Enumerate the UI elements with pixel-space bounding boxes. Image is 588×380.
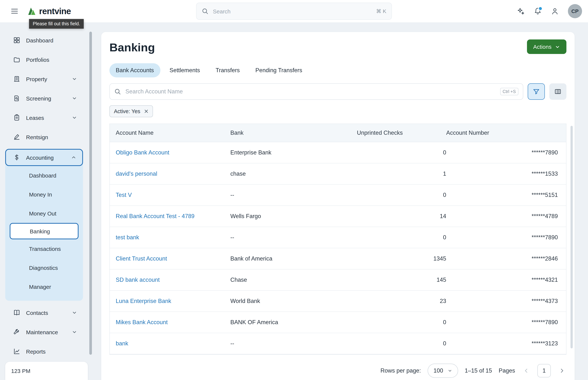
unprinted-checks-cell[interactable]: 0 [357,192,446,198]
rows-per-page-label: Rows per page: [380,367,421,374]
sidebar-subitem[interactable]: Banking [10,223,78,239]
table-row: Client Trust Account Bank of America 134… [110,248,566,269]
table-row: Luna Enterprise Bank World Bank 23 *****… [110,291,566,312]
account-name-link[interactable]: Luna Enterprise Bank [116,298,230,304]
user-avatar[interactable]: CP [568,4,582,18]
table-scrollbar[interactable] [570,126,573,348]
bank-cell: chase [230,171,357,177]
columns-button[interactable] [549,83,567,100]
building-icon [13,75,20,83]
table-row: Mikes Bank Account BANK OF America 0 ***… [110,312,566,333]
unprinted-checks-cell[interactable]: 14 [357,213,446,220]
column-header[interactable]: Account Number [446,130,558,136]
notifications-bell-icon[interactable] [534,7,542,15]
sidebar-subitem[interactable]: Diagnostics [5,258,83,277]
account-person-icon[interactable] [551,7,559,15]
account-number-cell: ******1533 [446,171,558,177]
sidebar-footer-text: 123 PM [11,368,30,374]
table-row: Test V -- 0 ******5151 [110,185,566,206]
sidebar-item-rentsign[interactable]: Rentsign [0,127,88,147]
ai-sparkle-icon[interactable] [516,7,525,15]
sidebar-item-accounting[interactable]: Accounting [5,149,83,166]
bank-accounts-table: Account Name Bank Unprinted Checks Accou… [109,124,567,355]
sidebar-subitem-label: Money In [29,191,52,198]
sidebar-subitem-label: Transactions [29,246,61,252]
column-header[interactable]: Unprinted Checks [357,130,446,136]
sidebar-subitem[interactable]: Manager [5,277,83,296]
account-search[interactable]: Ctrl +S [109,83,523,100]
current-page-box[interactable]: 1 [537,364,551,377]
account-name-link[interactable]: Test V [116,192,230,198]
sidebar-subitem-label: Banking [30,228,50,234]
column-header[interactable]: Account Name [116,130,230,136]
unprinted-checks-cell[interactable]: 0 [357,234,446,241]
sidebar-item-label: Contacts [26,309,48,316]
sidebar-subitem[interactable]: Money In [5,185,83,204]
sidebar-item-leases[interactable]: Leases [0,108,88,127]
sidebar-item-contacts[interactable]: Contacts [0,303,88,322]
tab[interactable]: Bank Accounts [109,63,160,77]
account-name-link[interactable]: SD bank account [116,277,230,283]
tab-label: Transfers [216,67,240,73]
tab[interactable]: Pending Transfers [249,63,309,77]
unprinted-checks-cell[interactable]: 0 [357,319,446,326]
account-name-link[interactable]: Mikes Bank Account [116,319,230,326]
unprinted-checks-cell[interactable]: 145 [357,277,446,283]
rows-per-page-select[interactable]: 100 [428,364,458,378]
account-name-link[interactable]: Real Bank Account Test - 4789 [116,213,230,220]
sidebar-item-label: Dashboard [26,37,53,43]
bank-cell: Bank of America [230,255,357,262]
account-number-cell: ******4789 [446,213,558,220]
sidebar-subitem[interactable]: Dashboard [5,166,83,185]
global-search-input[interactable] [212,8,373,15]
unprinted-checks-cell[interactable]: 0 [357,149,446,156]
page-header: Banking Actions [109,39,567,57]
table-row: test bank -- 0 ******7890 [110,227,566,248]
rows-per-page-value: 100 [434,367,443,374]
search-shortcut-hint: ⌘ K [376,8,386,14]
next-page-button[interactable] [557,366,567,375]
account-number-cell: ******4373 [446,298,558,304]
sidebar-item-portfolios[interactable]: Portfolios [0,50,88,69]
tab-label: Settlements [170,67,200,73]
sidebar-item-dashboard[interactable]: Dashboard [0,31,88,50]
table-row: SD bank account Chase 145 ******4321 [110,269,566,291]
bank-cell: Enterprise Bank [230,149,357,156]
unprinted-checks-cell[interactable]: 0 [357,340,446,347]
account-search-input[interactable] [125,88,496,95]
sidebar-item-screening[interactable]: Screening [0,89,88,108]
account-name-link[interactable]: test bank [116,234,230,241]
account-number-cell: ******7890 [446,234,558,241]
account-name-link[interactable]: Obligo Bank Account [116,149,230,156]
hamburger-menu-icon[interactable] [8,5,21,18]
sidebar-subitem[interactable]: Money Out [5,204,83,223]
account-name-link[interactable]: Client Trust Account [116,255,230,262]
sidebar-item-maintenance[interactable]: Maintenance [0,322,88,342]
sidebar-footer-card[interactable]: 123 PM [5,362,88,380]
account-name-link[interactable]: bank [116,340,230,347]
account-number-cell: ******5151 [446,192,558,198]
rentvine-logo[interactable]: rentvine [27,6,71,16]
tab[interactable]: Settlements [163,63,206,77]
sidebar-subitem[interactable]: Transactions [5,239,83,258]
column-header[interactable]: Bank [230,130,357,136]
global-search[interactable]: ⌘ K [196,3,392,20]
previous-page-button[interactable] [522,366,531,375]
table-row: david's personal chase 1 ******1533 [110,163,566,185]
actions-button[interactable]: Actions [527,39,567,54]
filter-button[interactable] [528,83,545,100]
sidebar-scrollbar[interactable] [89,32,92,355]
sidebar-subitem-label: Diagnostics [29,265,58,271]
sidebar-item-reports[interactable]: Reports [0,342,88,361]
unprinted-checks-cell[interactable]: 1 [357,171,446,177]
contacts-book-icon [13,309,20,316]
sidebar-item-property[interactable]: Property [0,69,88,89]
unprinted-checks-cell[interactable]: 1345 [357,255,446,262]
filter-chip[interactable]: Active: Yes [109,105,153,117]
tab[interactable]: Transfers [209,63,246,77]
sidebar: Dashboard Portfolios Property Screening [0,22,88,380]
close-icon[interactable] [144,109,149,114]
search-shortcut-badge: Ctrl +S [500,88,518,95]
account-name-link[interactable]: david's personal [116,171,230,177]
unprinted-checks-cell[interactable]: 23 [357,298,446,304]
